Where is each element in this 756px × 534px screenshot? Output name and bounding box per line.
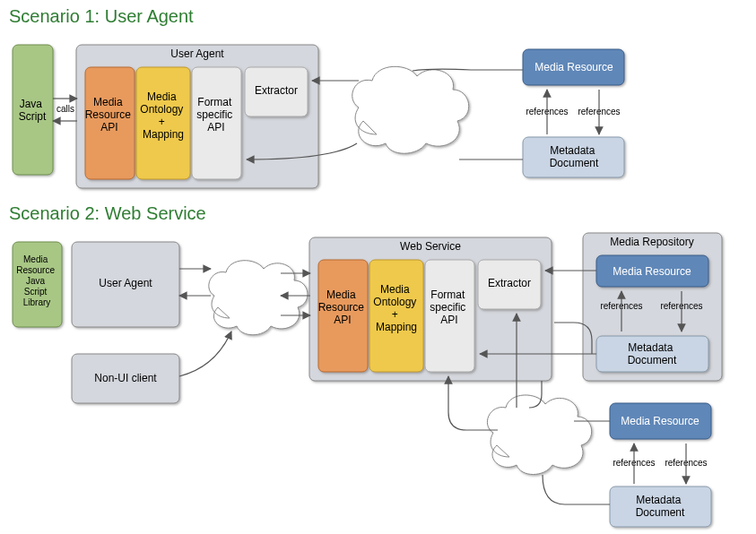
scenario1-title: Scenario 1: User Agent (9, 6, 194, 26)
metadata-document-box-s2-b: Metadata Document (610, 487, 711, 527)
extractor-label-s2: Extractor (488, 277, 531, 289)
javascript-label: Java Script (19, 98, 47, 123)
javascript-box: Java Script (13, 45, 53, 175)
cloud-1 (352, 66, 469, 153)
user-agent-box-s2: User Agent (72, 242, 179, 327)
metadata-document-label-s2-a: Metadata Document (628, 341, 677, 366)
media-resource-label-s1: Media Resource (534, 61, 613, 73)
non-ui-client-box: Non-UI client (72, 354, 179, 403)
scenario2-title: Scenario 2: Web Service (9, 203, 206, 223)
wire-md-cloud-curve-b (543, 475, 565, 504)
media-resource-label-s2-b: Media Resource (621, 415, 700, 427)
web-service-panel: Web Service Media Resource API Media Ont… (309, 237, 552, 381)
media-repository-title: Media Repository (610, 236, 693, 248)
user-agent-panel: User Agent Media Resource API Media Onto… (76, 45, 318, 188)
web-service-title: Web Service (400, 240, 461, 253)
user-agent-label-s2: User Agent (99, 277, 152, 289)
wire-mr-cloud-curve-s1 (413, 69, 471, 71)
non-ui-client-label: Non-UI client (94, 372, 157, 384)
media-repository-panel: Media Repository Media Resource referenc… (583, 233, 722, 381)
extractor-label: Extractor (255, 84, 298, 97)
metadata-document-label-s2-b: Metadata Document (636, 494, 685, 519)
media-resource-label-s2-a: Media Resource (613, 265, 691, 278)
metadata-document-box-s1: Metadata Document (523, 137, 624, 177)
metadata-document-label-s1: Metadata Document (550, 144, 599, 169)
media-resource-js-library-box: Media Resource Java Script Library (13, 242, 62, 327)
media-resource-box-s1: Media Resource (523, 49, 624, 85)
user-agent-title: User Agent (170, 47, 224, 60)
cloud-2-left (209, 261, 308, 335)
arrow-nonui-cloud (179, 332, 231, 376)
diagram-canvas: Scenario 1: User Agent Java Script calls… (0, 0, 756, 534)
cloud-3 (487, 395, 591, 475)
calls-label: calls (56, 104, 74, 114)
media-resource-box-s2-b: Media Resource (610, 403, 711, 439)
